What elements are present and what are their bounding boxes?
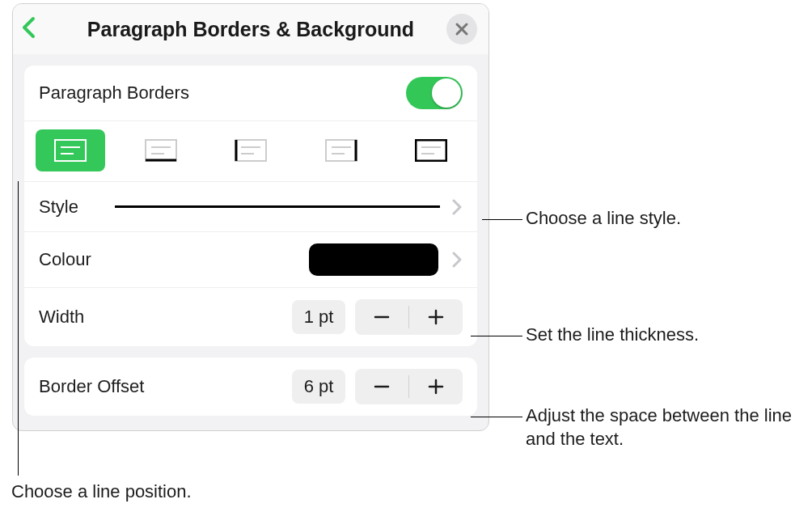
border-offset-decrement-button[interactable] (355, 369, 408, 404)
svg-rect-9 (235, 140, 266, 161)
chevron-right-icon (451, 251, 463, 269)
width-decrement-button[interactable] (355, 299, 408, 335)
panel-title: Paragraph Borders & Background (26, 18, 476, 41)
paragraph-borders-panel: Paragraph Borders & Background Paragraph… (12, 3, 489, 431)
colour-label: Colour (39, 249, 120, 270)
callout-line (482, 219, 522, 220)
chevron-left-icon (21, 16, 37, 39)
minus-icon (373, 308, 391, 326)
border-bottom-icon (145, 139, 177, 162)
style-line-preview (115, 205, 440, 208)
border-position-row (24, 121, 477, 182)
width-stepper (355, 299, 463, 335)
callout-width: Set the line thickness. (526, 324, 699, 347)
border-position-bottom[interactable] (126, 129, 196, 171)
border-surround-icon (415, 139, 447, 162)
panel-header: Paragraph Borders & Background (13, 4, 488, 54)
close-button[interactable] (446, 14, 477, 44)
border-position-all[interactable] (36, 129, 105, 171)
plus-icon (427, 308, 445, 326)
colour-row[interactable]: Colour (24, 232, 477, 288)
border-offset-row: Border Offset 6 pt (24, 358, 477, 416)
border-offset-value: 6 pt (292, 370, 345, 404)
border-position-surround[interactable] (396, 129, 466, 171)
width-label: Width (39, 307, 282, 328)
chevron-right-icon (451, 198, 463, 216)
svg-rect-13 (326, 140, 357, 161)
paragraph-borders-section: Paragraph Borders (24, 66, 477, 346)
width-row: Width 1 pt (24, 288, 477, 346)
border-box-icon (54, 139, 87, 162)
border-position-right[interactable] (307, 129, 376, 171)
svg-rect-2 (55, 140, 86, 161)
paragraph-borders-toggle-row: Paragraph Borders (24, 66, 477, 121)
style-row[interactable]: Style (24, 182, 477, 232)
callout-position: Choose a line position. (11, 480, 192, 504)
paragraph-borders-toggle[interactable] (406, 77, 463, 109)
callout-line (471, 336, 522, 336)
callout-style: Choose a line style. (526, 207, 681, 231)
border-offset-stepper (355, 369, 463, 404)
toggle-knob (432, 78, 461, 108)
border-offset-section: Border Offset 6 pt (24, 358, 477, 416)
border-position-left[interactable] (216, 129, 285, 171)
border-offset-label: Border Offset (39, 376, 282, 397)
width-value: 1 pt (292, 300, 345, 334)
close-icon (455, 22, 469, 36)
width-increment-button[interactable] (409, 299, 463, 335)
minus-icon (373, 378, 391, 396)
callout-line (471, 417, 522, 417)
callout-offset: Adjust the space between the line and th… (526, 404, 801, 451)
plus-icon (427, 378, 445, 396)
svg-rect-17 (416, 140, 446, 161)
colour-swatch (309, 243, 438, 276)
border-left-icon (235, 139, 267, 162)
border-right-icon (325, 139, 357, 162)
back-button[interactable] (21, 16, 37, 42)
paragraph-borders-label: Paragraph Borders (39, 83, 189, 104)
border-offset-increment-button[interactable] (409, 369, 463, 404)
svg-rect-5 (146, 140, 176, 161)
style-label: Style (39, 197, 104, 218)
callout-line (18, 181, 19, 476)
